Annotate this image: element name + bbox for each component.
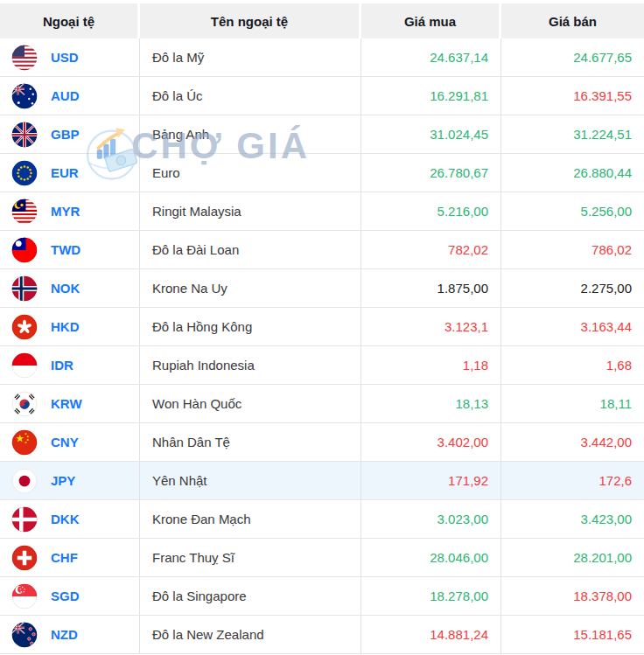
buy-price: 1.875,00 [361, 269, 501, 307]
currency-code-link[interactable]: MYR [51, 204, 80, 219]
sell-price: 24.677,65 [501, 38, 644, 76]
buy-price: 3.402,00 [361, 423, 501, 461]
currency-code-link[interactable]: EUR [51, 165, 79, 180]
currency-row-idr[interactable]: IDRRupiah Indonesia1,181,68 [0, 346, 644, 385]
currency-name: Bảng Anh [140, 115, 361, 153]
currency-row-aud[interactable]: AUDĐô la Úc16.291,8116.391,55 [0, 77, 644, 115]
twd-flag-icon [11, 237, 38, 263]
currency-cell: NZD [0, 616, 140, 653]
currency-row-myr[interactable]: MYRRingit Malaysia5.216,005.256,00 [0, 192, 644, 231]
currency-row-sgd[interactable]: SGDĐô la Singapore18.278,0018.378,00 [0, 577, 644, 616]
aud-flag-icon [11, 83, 38, 109]
currency-cell: IDR [0, 346, 140, 384]
sell-price: 172,6 [501, 462, 644, 499]
currency-name: Franc Thuỵ Sĩ [140, 539, 361, 576]
currency-code-link[interactable]: DKK [51, 512, 80, 526]
currency-code-link[interactable]: JPY [51, 473, 75, 488]
currency-row-jpy[interactable]: JPYYên Nhật171,92172,6 [0, 462, 644, 500]
currency-row-usd[interactable]: USDĐô la Mỹ24.637,1424.677,65 [0, 38, 644, 77]
buy-price: 3.023,00 [361, 500, 501, 538]
currency-code-link[interactable]: IDR [51, 358, 74, 373]
currency-name: Ringit Malaysia [140, 192, 361, 230]
sell-price: 5.256,00 [501, 192, 644, 230]
nok-flag-icon [11, 275, 38, 302]
sell-price: 786,02 [501, 231, 644, 268]
myr-flag-icon [11, 199, 38, 225]
currency-cell: SGD [0, 577, 140, 615]
buy-price: 18.278,00 [361, 577, 501, 615]
currency-name: Won Hàn Quốc [140, 385, 361, 422]
sell-price: 3.442,00 [501, 423, 644, 461]
buy-price: 31.024,45 [361, 115, 501, 153]
currency-name: Đô la Úc [140, 77, 361, 115]
krw-flag-icon [11, 391, 38, 417]
buy-price: 782,02 [361, 231, 501, 268]
currency-row-gbp[interactable]: GBPBảng Anh31.024,4531.224,51 [0, 115, 644, 154]
currency-code-link[interactable]: GBP [51, 127, 80, 142]
currency-code-link[interactable]: HKD [51, 319, 80, 334]
buy-price: 14.881,24 [361, 616, 501, 653]
currency-code-link[interactable]: KRW [51, 396, 82, 411]
currency-code-link[interactable]: SGD [51, 589, 80, 603]
currency-name: Krone Na Uy [140, 269, 361, 307]
currency-cell: MYR [0, 192, 140, 230]
currency-code-link[interactable]: AUD [51, 88, 80, 103]
sell-price: 18.378,00 [501, 577, 644, 615]
chf-flag-icon [11, 545, 38, 571]
sell-price: 26.880,44 [501, 154, 644, 192]
currency-row-nok[interactable]: NOKKrone Na Uy1.875,002.275,00 [0, 269, 644, 308]
buy-price: 26.780,67 [361, 154, 501, 192]
currency-code-link[interactable]: USD [51, 50, 79, 65]
exchange-rate-table: Ngoại tệ Tên ngoại tệ Giá mua Giá bán US… [0, 0, 644, 655]
currency-cell: CNY [0, 423, 140, 461]
currency-row-hkd[interactable]: HKDĐô la Hồng Kông3.123,13.163,44 [0, 308, 644, 346]
sell-price: 28.201,00 [501, 539, 644, 576]
currency-name: Euro [140, 154, 361, 192]
currency-name: Đô la Đài Loan [140, 231, 361, 268]
currency-code-link[interactable]: NZD [51, 627, 78, 642]
usd-flag-icon [11, 45, 38, 71]
column-header-currency: Ngoại tệ [0, 3, 140, 38]
nzd-flag-icon [11, 622, 38, 648]
table-header: Ngoại tệ Tên ngoại tệ Giá mua Giá bán [0, 3, 644, 38]
currency-row-cny[interactable]: CNYNhân Dân Tệ3.402,003.442,00 [0, 423, 644, 462]
currency-code-link[interactable]: NOK [51, 281, 80, 296]
currency-row-twd[interactable]: TWDĐô la Đài Loan782,02786,02 [0, 231, 644, 269]
currency-name: Yên Nhật [140, 462, 361, 499]
currency-cell: AUD [0, 77, 140, 115]
currency-code-link[interactable]: CHF [51, 550, 78, 565]
buy-price: 16.291,81 [361, 77, 501, 115]
currency-cell: DKK [0, 500, 140, 538]
sell-price: 1,68 [501, 346, 644, 384]
sell-price: 3.163,44 [501, 308, 644, 345]
currency-cell: GBP [0, 115, 140, 153]
currency-code-link[interactable]: TWD [51, 242, 80, 257]
currency-row-krw[interactable]: KRWWon Hàn Quốc18,1318,11 [0, 385, 644, 423]
buy-price: 1,18 [361, 346, 501, 384]
currency-name: Krone Đan Mạch [140, 500, 361, 538]
currency-code-link[interactable]: CNY [51, 435, 79, 449]
currency-row-nzd[interactable]: NZDĐô la New Zealand14.881,2415.181,65 [0, 616, 644, 654]
currency-name: Đô la Hồng Kông [140, 308, 361, 345]
buy-price: 28.046,00 [361, 539, 501, 576]
buy-price: 171,92 [361, 462, 501, 499]
buy-price: 18,13 [361, 385, 501, 422]
hkd-flag-icon [11, 314, 38, 340]
currency-cell: NOK [0, 269, 140, 307]
currency-cell: KRW [0, 385, 140, 422]
sell-price: 18,11 [501, 385, 644, 422]
currency-cell: USD [0, 38, 140, 76]
currency-row-chf[interactable]: CHFFranc Thuỵ Sĩ28.046,0028.201,00 [0, 539, 644, 577]
currency-row-eur[interactable]: EUREuro26.780,6726.880,44 [0, 154, 644, 192]
jpy-flag-icon [11, 468, 38, 494]
currency-cell: HKD [0, 308, 140, 345]
currency-row-dkk[interactable]: DKKKrone Đan Mạch3.023,003.423,00 [0, 500, 644, 539]
cny-flag-icon [11, 429, 38, 456]
column-header-name: Tên ngoại tệ [140, 3, 361, 38]
buy-price: 24.637,14 [361, 38, 501, 76]
buy-price: 5.216,00 [361, 192, 501, 230]
dkk-flag-icon [11, 506, 38, 533]
sell-price: 16.391,55 [501, 77, 644, 115]
buy-price: 3.123,1 [361, 308, 501, 345]
eur-flag-icon [11, 160, 38, 186]
